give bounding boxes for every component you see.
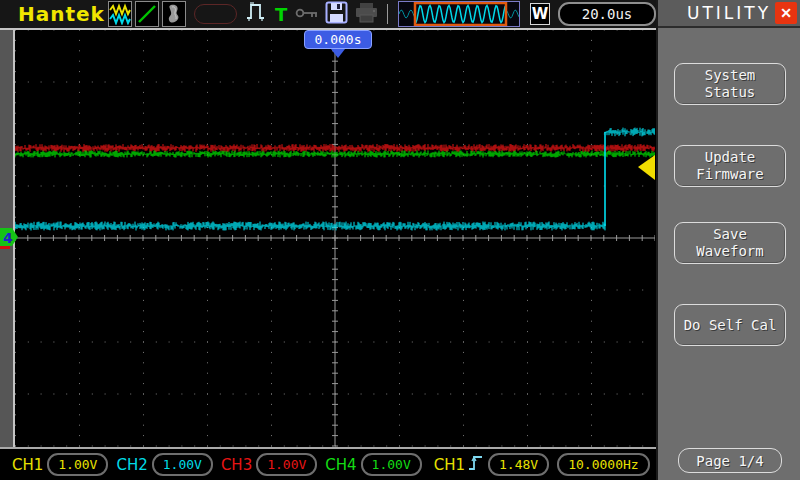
- trigger-readout: CH1 1.48V 10.0000Hz: [434, 453, 650, 477]
- menu-title: UTILITY: [687, 3, 771, 23]
- save-icon[interactable]: [325, 1, 348, 28]
- timebase-readout[interactable]: 20.0us: [558, 2, 656, 26]
- ch1-scale-badge: 1.00V: [47, 453, 108, 476]
- scope-display: [15, 30, 655, 447]
- brand-logo: Hantek: [18, 2, 105, 26]
- channel4-marker-label: 4: [3, 230, 13, 246]
- ch1-readout: CH1 1.00V: [12, 453, 108, 476]
- channel4-ground-marker[interactable]: 4: [0, 226, 20, 252]
- window-mode-icon[interactable]: W: [530, 3, 550, 25]
- ch4-readout: CH4 1.00V: [325, 453, 421, 476]
- print-icon-glyph: [354, 2, 379, 23]
- trigger-level-badge: 1.48V: [488, 453, 549, 476]
- key-icon[interactable]: [295, 5, 319, 23]
- ch2-scale-badge: 1.00V: [152, 453, 213, 476]
- system-status-button[interactable]: System Status: [674, 63, 786, 105]
- ch3-label: CH3: [221, 456, 252, 474]
- ch2-label: CH2: [116, 456, 147, 474]
- ch1-label: CH1: [12, 456, 43, 474]
- trigger-t-icon[interactable]: T: [275, 4, 287, 25]
- button-label-line: System: [705, 67, 756, 84]
- button-label-line: Update: [705, 149, 756, 166]
- ch2-readout: CH2 1.00V: [116, 453, 212, 476]
- rising-edge-icon: [468, 453, 484, 477]
- waveform-display-icon[interactable]: [108, 1, 132, 27]
- save-icon-glyph: [325, 1, 348, 24]
- key-icon-glyph: [295, 7, 319, 19]
- graticule-area: [15, 30, 655, 447]
- ch4-scale-badge: 1.00V: [361, 453, 422, 476]
- persist-display-icon[interactable]: [162, 1, 186, 27]
- preview-wave: [399, 2, 519, 26]
- button-label-line: Do Self Cal: [684, 317, 777, 334]
- do-self-cal-button[interactable]: Do Self Cal: [674, 304, 786, 346]
- button-label-line: Status: [705, 84, 756, 101]
- button-label-line: Firmware: [696, 166, 763, 183]
- cursor-line-icon[interactable]: [135, 1, 159, 27]
- save-waveform-button[interactable]: Save Waveform: [674, 222, 786, 264]
- pulse-trigger-icon-glyph: [245, 1, 269, 23]
- trigger-time-marker[interactable]: 0.000s: [304, 30, 372, 49]
- button-label-line: Save: [713, 226, 747, 243]
- oscilloscope-screen: { "header": { "logo": "Hantek", "timebas…: [0, 0, 800, 480]
- waveform-preview[interactable]: [398, 1, 520, 27]
- toolbar-separator: [387, 4, 388, 24]
- pulse-trigger-icon[interactable]: [245, 1, 269, 27]
- ch3-readout: CH3 1.00V: [221, 453, 317, 476]
- trigger-source-label: CH1: [434, 456, 465, 474]
- top-toolbar: Hantek T: [0, 0, 656, 30]
- persist-display-icon-glyph: [163, 3, 185, 25]
- ch4-label: CH4: [325, 456, 356, 474]
- status-bar: CH1 1.00V CH2 1.00V CH3 1.00V CH4 1.00V …: [0, 447, 656, 480]
- utility-menu-header: UTILITY ✕: [658, 0, 800, 28]
- button-label-line: Waveform: [696, 243, 763, 260]
- ch3-scale-badge: 1.00V: [256, 453, 317, 476]
- page-indicator-button[interactable]: Page 1/4: [678, 448, 782, 473]
- print-icon[interactable]: [354, 2, 379, 27]
- update-firmware-button[interactable]: Update Firmware: [674, 145, 786, 187]
- utility-menu-panel: UTILITY ✕ System Status Update Firmware …: [656, 0, 800, 480]
- close-icon[interactable]: ✕: [775, 2, 797, 24]
- trigger-frequency-badge: 10.0000Hz: [557, 453, 649, 476]
- measure-slot: [194, 4, 237, 24]
- cursor-line-icon-glyph: [136, 3, 158, 25]
- waveform-display-icon-glyph: [109, 3, 131, 25]
